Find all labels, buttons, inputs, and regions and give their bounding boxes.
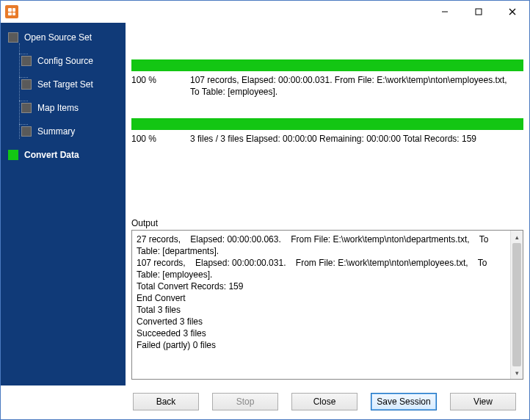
sidebar: Open Source Set Config Source Set Target…	[1, 23, 126, 385]
output-box: 27 records, Elapsed: 00:00:00.063. From …	[131, 230, 523, 380]
main-panel: 100 % 107 records, Elapsed: 00:00:00.031…	[126, 23, 529, 385]
scroll-up-icon[interactable]: ▴	[511, 231, 523, 243]
total-progress-text: 3 files / 3 files Elapsed: 00:00:00 Rema…	[190, 133, 523, 145]
button-row: Back Stop Close Save Session View	[126, 385, 529, 419]
nav-label: Map Items	[37, 103, 79, 113]
total-progress-section: 100 % 3 files / 3 files Elapsed: 00:00:0…	[131, 118, 523, 145]
scroll-thumb[interactable]	[512, 243, 521, 366]
titlebar	[1, 1, 529, 23]
step-box-icon	[21, 56, 32, 66]
nav-open-source-set[interactable]: Open Source Set	[8, 30, 121, 45]
total-progress-bar	[131, 118, 523, 130]
svg-rect-1	[476, 9, 482, 15]
nav-label: Set Target Set	[37, 79, 93, 90]
file-progress-section: 100 % 107 records, Elapsed: 00:00:00.031…	[131, 59, 523, 98]
maximize-button[interactable]	[462, 1, 495, 23]
back-button[interactable]: Back	[133, 393, 199, 410]
app-icon	[5, 5, 18, 18]
minimize-button[interactable]	[428, 1, 462, 23]
output-section: Output 27 records, Elapsed: 00:00:00.063…	[131, 218, 523, 380]
close-button-footer[interactable]: Close	[291, 393, 357, 410]
step-box-icon	[8, 32, 18, 43]
nav-label: Open Source Set	[24, 32, 92, 43]
close-button[interactable]	[495, 1, 529, 23]
scroll-down-icon[interactable]: ▾	[511, 366, 523, 379]
step-box-icon	[21, 103, 32, 113]
stop-button: Stop	[212, 393, 278, 410]
nav-label: Config Source	[37, 56, 93, 66]
file-progress-text: 107 records, Elapsed: 00:00:00.031. From…	[190, 74, 523, 98]
output-label: Output	[131, 218, 523, 228]
nav-label: Summary	[37, 126, 75, 137]
nav-summary[interactable]: Summary	[21, 124, 121, 139]
save-session-button[interactable]: Save Session	[371, 393, 437, 410]
step-box-icon	[21, 79, 32, 90]
output-text[interactable]: 27 records, Elapsed: 00:00:00.063. From …	[132, 231, 510, 379]
file-progress-bar	[131, 59, 523, 71]
view-button[interactable]: View	[450, 393, 516, 410]
file-progress-percent: 100 %	[131, 74, 190, 98]
step-box-icon	[21, 126, 32, 137]
nav-label: Convert Data	[24, 150, 79, 160]
nav-set-target-set[interactable]: Set Target Set	[21, 77, 121, 92]
nav-convert-data[interactable]: Convert Data	[8, 148, 121, 162]
nav-config-source[interactable]: Config Source	[21, 54, 121, 68]
total-progress-percent: 100 %	[131, 133, 190, 145]
nav-map-items[interactable]: Map Items	[21, 101, 121, 115]
app-window: Open Source Set Config Source Set Target…	[0, 0, 530, 420]
step-box-icon	[8, 150, 18, 160]
output-scrollbar[interactable]: ▴ ▾	[510, 231, 523, 379]
